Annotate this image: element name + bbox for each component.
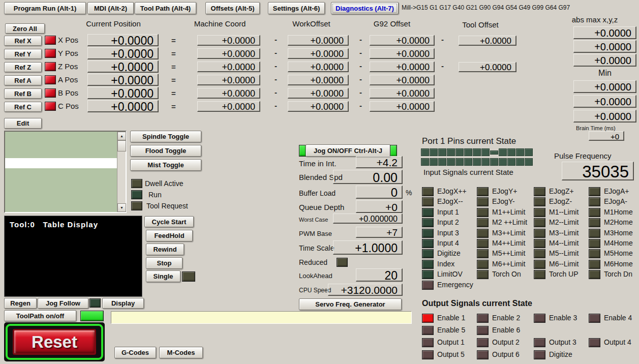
minus-separator: - — [359, 35, 362, 44]
ejogx-led — [422, 197, 434, 206]
port1-pin — [464, 148, 472, 156]
m-codes-button[interactable]: M-Codes — [159, 347, 203, 358]
y-g92-dro[interactable]: +0.0000 — [370, 48, 435, 59]
input-1-label: Input 1 — [437, 208, 459, 216]
c-g92-dro[interactable]: +0.0000 — [370, 101, 435, 112]
a-machine-dro[interactable]: +0.0000 — [197, 75, 260, 85]
y-current-dro[interactable]: +0.0000 — [87, 47, 159, 59]
digitize-led — [534, 350, 545, 359]
program-listbox-selected-row[interactable] — [5, 158, 117, 168]
regen-button[interactable]: Regen — [4, 298, 37, 309]
zero-all-button[interactable]: Zero All — [5, 23, 45, 34]
reset-button[interactable]: Reset — [4, 322, 105, 361]
scroll-up-icon[interactable]: ▲ — [117, 132, 126, 140]
minus-separator: - — [275, 48, 277, 57]
toolpath-display[interactable]: Tool:0 Table Display — [4, 216, 142, 297]
display-button[interactable]: Display — [102, 298, 144, 309]
listbox-scrollbar[interactable]: ▲ ▼ — [117, 132, 126, 212]
tool-request-label: Tool Request — [146, 202, 188, 210]
current-position-header: Current Position — [83, 19, 144, 28]
output-4-led — [589, 338, 600, 347]
x-machine-dro[interactable]: +0.0000 — [197, 35, 260, 46]
ref-c-button[interactable]: Ref C — [4, 102, 42, 112]
ref-b-button[interactable]: Ref B — [4, 88, 42, 99]
c-current-dro[interactable]: +0.0000 — [87, 100, 159, 112]
ref-z-led — [45, 62, 56, 71]
a-g92-dro[interactable]: +0.0000 — [370, 75, 435, 85]
port1-pin — [421, 158, 429, 166]
output-4-label: Output 4 — [604, 338, 631, 346]
cycle-start-button[interactable]: Cycle Start — [144, 216, 194, 227]
tab-diagnostics[interactable]: Diagnostics (Alt-7) — [331, 2, 399, 14]
c-machine-dro[interactable]: +0.0000 — [197, 101, 260, 112]
tab-mdi[interactable]: MDI (Alt-2) — [87, 2, 134, 14]
single-button[interactable]: Single — [146, 270, 180, 282]
output-6-led — [477, 350, 489, 359]
b-g92-dro[interactable]: +0.0000 — [370, 88, 435, 99]
port1-pins-heading: Port 1 Pins current State — [422, 136, 516, 146]
x-tooloffset-dro[interactable]: +0.0000 — [459, 36, 516, 46]
a-current-dro[interactable]: +0.0000 — [87, 74, 159, 86]
scrollbar-thumb[interactable] — [117, 140, 126, 151]
spindle-toggle-button[interactable]: Spindle Toggle — [130, 131, 201, 142]
z-current-dro[interactable]: +0.0000 — [87, 60, 159, 73]
m6-limit-led — [477, 260, 489, 269]
single-led — [182, 271, 195, 282]
c-workoffset-dro[interactable]: +0.0000 — [288, 101, 349, 112]
abs-max-dro-2: +0.0000 — [573, 54, 636, 67]
servo-freq-generator-button[interactable]: Servo Freq. Generator — [299, 298, 402, 310]
port1-pin — [464, 158, 472, 166]
b-workoffset-dro[interactable]: +0.0000 — [288, 88, 349, 99]
x-workoffset-dro[interactable]: +0.0000 — [288, 35, 349, 46]
mist-toggle-button[interactable]: Mist Toggle — [130, 159, 201, 171]
feedhold-button[interactable]: FeedHold — [146, 230, 193, 241]
torch-dn-led — [589, 270, 600, 279]
y-workoffset-dro[interactable]: +0.0000 — [288, 48, 349, 59]
run-label: Run — [148, 191, 162, 199]
ref-y-button[interactable]: Ref Y — [4, 49, 42, 59]
command-input[interactable] — [111, 311, 412, 324]
pulse-frequency-dro: 35035 — [562, 162, 634, 180]
m1home-label: M1Home — [604, 208, 633, 216]
input-2-label: Input 2 — [437, 218, 459, 226]
toolpath-onoff-button[interactable]: ToolPath on/off — [4, 310, 76, 321]
x-current-dro[interactable]: +0.0000 — [87, 34, 159, 46]
reset-button-face[interactable]: Reset — [13, 329, 96, 355]
y-machine-dro[interactable]: +0.0000 — [197, 48, 260, 59]
x-g92-dro[interactable]: +0.0000 — [370, 35, 435, 46]
z-tooloffset-dro[interactable]: +0.0000 — [459, 62, 516, 72]
abs-max-dro-1: +0.0000 — [573, 40, 636, 53]
ref-x-button[interactable]: Ref X — [4, 36, 42, 46]
a-workoffset-dro[interactable]: +0.0000 — [288, 75, 349, 85]
z-g92-dro[interactable]: +0.0000 — [370, 62, 435, 72]
z-workoffset-dro[interactable]: +0.0000 — [288, 62, 349, 72]
jog-onoff-button[interactable]: Jog ON/OFF Ctrl-Alt-J — [306, 144, 390, 157]
ref-a-button[interactable]: Ref A — [4, 75, 42, 85]
flood-toggle-button[interactable]: Flood Toggle — [130, 145, 201, 157]
emergency-label: Emergency — [437, 281, 473, 289]
port1-pin — [430, 158, 438, 166]
g-codes-button[interactable]: G-Codes — [114, 347, 156, 358]
b-current-dro[interactable]: +0.0000 — [87, 87, 159, 99]
program-listbox[interactable]: ▲ ▼ — [4, 131, 127, 213]
jog-follow-button[interactable]: Jog Follow — [38, 298, 88, 309]
output-1-led — [422, 338, 434, 347]
z-machine-dro[interactable]: +0.0000 — [197, 62, 260, 72]
tab-program-run[interactable]: Program Run (Alt-1) — [4, 2, 86, 14]
tab-tool-path[interactable]: Tool Path (Alt-4) — [135, 2, 196, 14]
tab-settings[interactable]: Settings (Alt-6) — [268, 2, 325, 14]
rewind-button[interactable]: Rewind — [146, 244, 184, 255]
z-pos-label: Z Pos — [58, 62, 78, 71]
ejogx-led — [422, 187, 434, 196]
time-scale-label: Time Scale — [299, 244, 334, 252]
ref-z-button[interactable]: Ref Z — [4, 62, 42, 72]
abs-min-dro-0: +0.0000 — [573, 80, 636, 93]
scroll-down-icon[interactable]: ▼ — [117, 203, 126, 212]
m6-limit-led — [534, 260, 545, 269]
stop-button[interactable]: Stop — [146, 257, 182, 269]
edit-button[interactable]: Edit — [4, 118, 42, 129]
m4-limit-led — [477, 239, 489, 248]
ref-c-led — [45, 102, 56, 111]
tab-offsets[interactable]: Offsets (Alt-5) — [205, 2, 260, 14]
b-machine-dro[interactable]: +0.0000 — [197, 88, 260, 99]
